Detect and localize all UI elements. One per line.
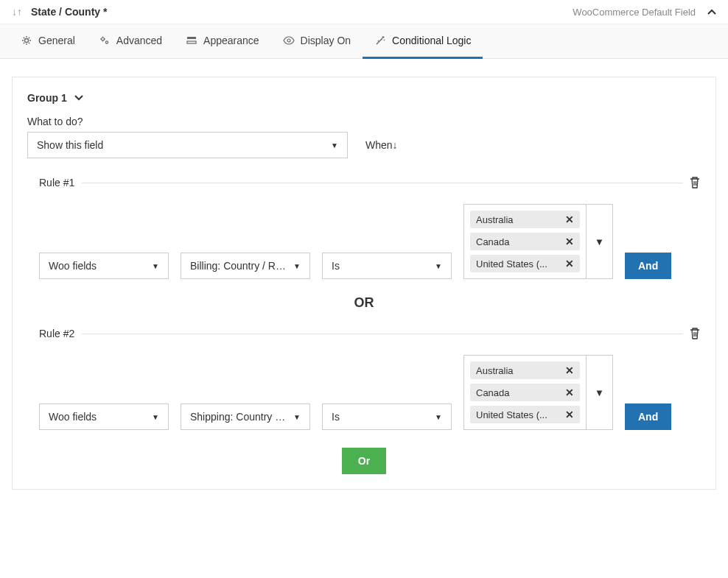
action-value: Show this field xyxy=(37,139,103,151)
magic-wand-icon xyxy=(374,35,386,46)
rule-title: Rule #1 xyxy=(39,177,82,188)
content-area: Group 1 What to do? Show this field ▼ Wh… xyxy=(0,59,728,507)
group-panel: Group 1 What to do? Show this field ▼ Wh… xyxy=(12,77,716,490)
operator-select[interactable]: Is ▼ xyxy=(322,403,452,430)
operator-value: Is xyxy=(332,260,340,272)
action-select[interactable]: Show this field ▼ xyxy=(27,132,348,158)
source-select[interactable]: Woo fields ▼ xyxy=(39,403,169,430)
rule-divider xyxy=(76,334,683,334)
group-toggle[interactable] xyxy=(74,95,83,101)
rule-header: Rule #2 xyxy=(27,327,701,340)
caret-down-icon: ▼ xyxy=(331,141,338,149)
tab-general[interactable]: General xyxy=(9,24,87,59)
tag: Canada✕ xyxy=(470,233,580,250)
tag-remove[interactable]: ✕ xyxy=(565,409,574,420)
tab-label: General xyxy=(38,35,75,46)
multiselect-toggle[interactable]: ▼ xyxy=(586,205,612,278)
multiselect-toggle[interactable]: ▼ xyxy=(586,356,612,429)
field-title: State / County * xyxy=(31,6,573,18)
delete-rule-button[interactable] xyxy=(689,327,701,340)
tab-label: Advanced xyxy=(116,35,162,46)
group-title: Group 1 xyxy=(27,92,67,104)
field-value: Billing: Country / Regi... xyxy=(190,260,286,272)
rule-body: Woo fields ▼ Shipping: Country / R... ▼ … xyxy=(27,355,701,430)
caret-down-icon: ▼ xyxy=(595,236,604,247)
field-header: ↓↑ State / County * WooCommerce Default … xyxy=(0,0,728,24)
caret-down-icon: ▼ xyxy=(435,413,442,421)
tag: Canada✕ xyxy=(470,384,580,401)
when-label: When↓ xyxy=(365,139,398,151)
tags-box: Australia✕ Canada✕ United States (...✕ xyxy=(464,356,586,429)
field-select[interactable]: Shipping: Country / R... ▼ xyxy=(181,403,310,430)
eye-icon xyxy=(283,35,295,46)
gear-icon xyxy=(21,35,32,46)
svg-point-0 xyxy=(25,39,29,43)
source-value: Woo fields xyxy=(49,260,97,272)
caret-down-icon: ▼ xyxy=(435,262,442,270)
source-select[interactable]: Woo fields ▼ xyxy=(39,253,169,279)
operator-select[interactable]: Is ▼ xyxy=(322,253,452,279)
tab-advanced[interactable]: Advanced xyxy=(87,24,174,59)
trash-icon xyxy=(689,327,701,340)
rule-header: Rule #1 xyxy=(27,176,701,189)
caret-down-icon: ▼ xyxy=(293,262,301,270)
tab-label: Display On xyxy=(301,35,351,46)
tabs-bar: General Advanced Appearance Display On C… xyxy=(0,24,728,59)
caret-down-icon: ▼ xyxy=(152,413,159,421)
tab-appearance[interactable]: Appearance xyxy=(174,24,271,59)
svg-point-5 xyxy=(287,39,290,42)
svg-point-2 xyxy=(105,41,108,43)
delete-rule-button[interactable] xyxy=(689,176,701,189)
what-to-do-label: What to do? xyxy=(27,116,701,127)
tag: United States (...✕ xyxy=(470,255,580,272)
tag-remove[interactable]: ✕ xyxy=(565,364,574,376)
field-select[interactable]: Billing: Country / Regi... ▼ xyxy=(181,253,310,279)
rule-body: Woo fields ▼ Billing: Country / Regi... … xyxy=(27,204,701,279)
and-button[interactable]: And xyxy=(625,403,671,430)
tag-remove[interactable]: ✕ xyxy=(565,258,574,269)
value-multiselect[interactable]: Australia✕ Canada✕ United States (...✕ ▼ xyxy=(463,355,613,430)
tag-remove[interactable]: ✕ xyxy=(565,236,574,247)
field-meta: WooCommerce Default Field xyxy=(573,7,696,18)
rule-2: Rule #2 Woo fields ▼ Shipping: Country /… xyxy=(27,327,701,430)
svg-rect-4 xyxy=(187,41,196,43)
and-button[interactable]: And xyxy=(625,253,671,279)
field-value: Shipping: Country / R... xyxy=(190,411,286,423)
appearance-icon xyxy=(186,35,197,46)
group-header: Group 1 xyxy=(27,92,701,104)
caret-down-icon: ▼ xyxy=(293,413,301,421)
operator-value: Is xyxy=(332,411,340,423)
rule-divider xyxy=(76,183,683,183)
action-row: Show this field ▼ When↓ xyxy=(27,132,701,158)
tab-conditional-logic[interactable]: Conditional Logic xyxy=(363,24,483,59)
tab-display-on[interactable]: Display On xyxy=(271,24,363,59)
gears-icon xyxy=(99,35,111,46)
tag-remove[interactable]: ✕ xyxy=(565,214,574,225)
drag-handle-icon[interactable]: ↓↑ xyxy=(12,6,22,18)
caret-down-icon: ▼ xyxy=(595,387,604,398)
rule-title: Rule #2 xyxy=(39,328,82,339)
add-or-rule-button[interactable]: Or xyxy=(342,448,386,474)
tag-remove[interactable]: ✕ xyxy=(565,387,574,398)
chevron-up-icon xyxy=(707,9,716,15)
svg-rect-3 xyxy=(187,37,196,39)
tag: Australia✕ xyxy=(470,211,580,228)
chevron-down-icon xyxy=(74,95,83,101)
caret-down-icon: ▼ xyxy=(152,262,159,270)
svg-point-1 xyxy=(101,38,104,40)
value-multiselect[interactable]: Australia✕ Canada✕ United States (...✕ ▼ xyxy=(463,204,613,279)
tags-box: Australia✕ Canada✕ United States (...✕ xyxy=(464,205,586,278)
tag: Australia✕ xyxy=(470,362,580,379)
rule-1: Rule #1 Woo fields ▼ Billing: Country / … xyxy=(27,176,701,279)
tag: United States (...✕ xyxy=(470,406,580,423)
trash-icon xyxy=(689,176,701,189)
source-value: Woo fields xyxy=(49,411,97,423)
tab-label: Appearance xyxy=(203,35,259,46)
or-separator: OR xyxy=(27,295,701,311)
tab-label: Conditional Logic xyxy=(392,35,471,46)
collapse-toggle[interactable] xyxy=(707,9,716,15)
